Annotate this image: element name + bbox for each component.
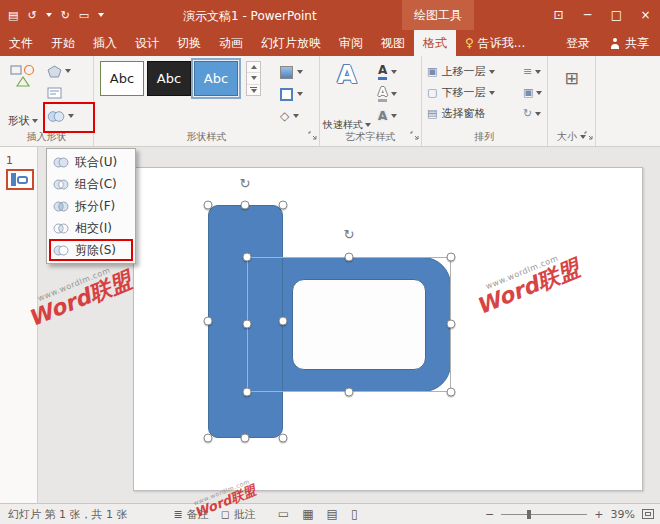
shape-effects-button[interactable]: ◇ bbox=[280, 107, 299, 125]
selection-handle[interactable] bbox=[345, 253, 354, 262]
tab-review[interactable]: 审阅 bbox=[330, 30, 372, 56]
zoom-slider[interactable] bbox=[501, 514, 587, 515]
tab-file[interactable]: 文件 bbox=[0, 30, 42, 56]
share-button[interactable]: 共享 bbox=[599, 30, 660, 56]
gallery-scrollbar bbox=[246, 61, 261, 96]
align-dropdown-icon bbox=[535, 70, 541, 74]
selection-handle[interactable] bbox=[345, 388, 354, 397]
normal-view-button[interactable]: ▭ bbox=[278, 507, 289, 521]
selection-pane-button[interactable]: ▤ 选择窗格 bbox=[427, 104, 485, 123]
rotate-icon: ↻ bbox=[523, 107, 532, 120]
tab-insert[interactable]: 插入 bbox=[84, 30, 126, 56]
merge-shapes-button[interactable] bbox=[47, 106, 74, 126]
text-box-button[interactable] bbox=[47, 83, 62, 103]
maximize-button[interactable]: □ bbox=[602, 0, 631, 30]
tab-slideshow[interactable]: 幻灯片放映 bbox=[252, 30, 330, 56]
send-backward-button[interactable]: ▢ 下移一层 bbox=[427, 83, 495, 102]
menu-item-label: 联合(U) bbox=[75, 154, 117, 171]
ribbon-options-button[interactable]: ⊡ bbox=[544, 0, 573, 30]
selection-handle[interactable] bbox=[243, 253, 252, 262]
shape-styles-dialog-launcher[interactable] bbox=[308, 129, 317, 143]
shape-style-preset-3-selected[interactable]: Abc bbox=[194, 61, 238, 96]
zoom-in-button[interactable]: + bbox=[594, 508, 603, 521]
menu-item-fragment[interactable]: 拆分(F) bbox=[49, 195, 133, 217]
reading-view-button[interactable]: ▤ bbox=[327, 507, 338, 521]
selection-handle[interactable] bbox=[279, 201, 288, 210]
sign-in-button[interactable]: 登录 bbox=[557, 30, 599, 56]
start-slideshow-icon[interactable]: ▭ bbox=[79, 9, 89, 22]
tab-view[interactable]: 视图 bbox=[372, 30, 414, 56]
selection-handle[interactable] bbox=[243, 388, 252, 397]
group-label-shape-styles: 形状样式 bbox=[94, 130, 319, 144]
selection-handle[interactable] bbox=[204, 201, 213, 210]
text-outline-button[interactable]: A bbox=[378, 85, 397, 103]
slide-number: 1 bbox=[6, 154, 13, 167]
shape-style-preset-2[interactable]: Abc bbox=[147, 61, 191, 96]
selection-handle[interactable] bbox=[447, 320, 456, 329]
selection-pane-label: 选择窗格 bbox=[441, 106, 485, 121]
slide-canvas[interactable]: ↻ ↻ bbox=[133, 167, 643, 491]
menu-item-intersect[interactable]: 相交(I) bbox=[49, 217, 133, 239]
menu-item-combine[interactable]: 组合(C) bbox=[49, 173, 133, 195]
wordart-dialog-launcher[interactable] bbox=[410, 129, 419, 143]
selection-handle[interactable] bbox=[447, 388, 456, 397]
shapes-gallery-button[interactable]: 形状 bbox=[4, 60, 42, 132]
shape-fill-dropdown-icon bbox=[297, 70, 303, 74]
selection-handle[interactable] bbox=[447, 253, 456, 262]
fit-to-window-button[interactable] bbox=[642, 509, 654, 519]
thumbnail-shape-bar bbox=[11, 173, 16, 186]
tab-animations[interactable]: 动画 bbox=[210, 30, 252, 56]
slide-thumbnail[interactable] bbox=[6, 169, 34, 190]
selection-handle[interactable] bbox=[241, 201, 250, 210]
zoom-level[interactable]: 39% bbox=[611, 508, 635, 521]
edit-shape-button[interactable] bbox=[47, 61, 71, 81]
undo-dropdown-icon[interactable] bbox=[46, 13, 52, 17]
gallery-scroll-up-button[interactable] bbox=[247, 62, 260, 73]
selection-handle[interactable] bbox=[204, 317, 213, 326]
save-icon[interactable]: ▤ bbox=[8, 9, 18, 22]
comments-button[interactable]: ◻ 批注 bbox=[221, 507, 256, 522]
tell-me-box[interactable]: ♀ 告诉我... bbox=[456, 30, 534, 56]
menu-item-union[interactable]: 联合(U) bbox=[49, 151, 133, 173]
tab-transitions[interactable]: 切换 bbox=[168, 30, 210, 56]
selection-handle[interactable] bbox=[279, 317, 288, 326]
rotation-handle[interactable]: ↻ bbox=[344, 228, 355, 241]
text-effects-button[interactable]: A bbox=[378, 107, 397, 125]
slideshow-view-button[interactable]: ▯ bbox=[351, 507, 358, 521]
text-fill-button[interactable]: A bbox=[378, 63, 397, 81]
size-label: 大小 bbox=[557, 130, 577, 144]
rotation-handle[interactable]: ↻ bbox=[240, 177, 251, 190]
text-effects-dropdown-icon bbox=[391, 114, 397, 118]
size-icon[interactable]: ⊞ bbox=[564, 68, 578, 88]
close-button[interactable]: × bbox=[631, 0, 660, 30]
menu-item-label: 相交(I) bbox=[75, 220, 112, 237]
selection-handle[interactable] bbox=[279, 434, 288, 443]
bring-forward-button[interactable]: ▣ 上移一层 bbox=[427, 62, 495, 81]
size-dialog-launcher[interactable] bbox=[584, 129, 593, 143]
selection-handle[interactable] bbox=[241, 434, 250, 443]
tab-format[interactable]: 格式 bbox=[414, 30, 456, 56]
gallery-scroll-down-button[interactable] bbox=[247, 73, 260, 84]
shape-outline-button[interactable] bbox=[280, 85, 303, 103]
customize-qat-icon[interactable] bbox=[98, 13, 104, 17]
tab-design[interactable]: 设计 bbox=[126, 30, 168, 56]
selection-handle[interactable] bbox=[204, 434, 213, 443]
notes-button[interactable]: ≣ 备注 bbox=[173, 507, 208, 522]
slide-sorter-view-button[interactable]: ▦ bbox=[302, 507, 313, 521]
rotate-button[interactable]: ↻ bbox=[523, 104, 541, 123]
undo-icon[interactable]: ↺ bbox=[27, 9, 36, 22]
align-button[interactable]: ≡ bbox=[523, 62, 541, 81]
shape-style-preset-1[interactable]: Abc bbox=[100, 61, 144, 96]
merge-shapes-icon bbox=[47, 110, 65, 123]
redo-icon[interactable]: ↻ bbox=[61, 9, 70, 22]
tab-home[interactable]: 开始 bbox=[42, 30, 84, 56]
zoom-out-button[interactable]: − bbox=[485, 508, 494, 521]
gallery-more-button[interactable] bbox=[247, 85, 260, 95]
minimize-button[interactable]: ─ bbox=[573, 0, 602, 30]
group-objects-button[interactable]: ▣ bbox=[523, 83, 542, 102]
quick-styles-button[interactable]: A 快速样式 bbox=[324, 60, 370, 134]
zoom-slider-thumb[interactable] bbox=[527, 510, 531, 519]
menu-item-subtract[interactable]: 剪除(S) bbox=[49, 239, 133, 261]
shape-fill-button[interactable] bbox=[280, 63, 303, 81]
selection-handle[interactable] bbox=[243, 320, 252, 329]
